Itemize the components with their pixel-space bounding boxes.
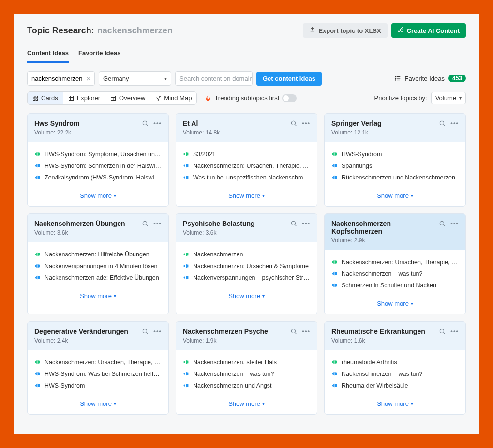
content-idea-row[interactable]: Nackenschmerzen: Ursachen & Symptome <box>183 260 310 272</box>
domain-input-wrap[interactable] <box>175 71 253 86</box>
content-idea-row[interactable]: Schmerzen in Schulter und Nacken <box>331 280 459 291</box>
bullhorn-icon <box>183 174 189 180</box>
content-idea-row[interactable]: Nackenverspannungen – psychischer Stress… <box>183 272 310 284</box>
content-idea-row[interactable]: Rheuma der Wirbelsäule <box>331 380 459 391</box>
search-icon[interactable] <box>142 120 149 127</box>
content-idea-row[interactable]: HWS-Syndrom: Schmerzen in der Halswirbel… <box>34 160 162 172</box>
card-volume: Volume: 3.6k <box>183 229 255 236</box>
layout-icon <box>110 95 116 101</box>
content-idea-row[interactable]: HWS-Syndrom <box>34 380 162 391</box>
search-icon[interactable] <box>142 328 149 335</box>
content-idea-row[interactable]: HWS-Syndrom: Was bei Schmerzen helfen ka… <box>34 368 162 380</box>
show-more-button[interactable]: Show more▾ <box>28 394 168 414</box>
more-icon[interactable]: ••• <box>450 119 459 127</box>
clear-icon[interactable]: × <box>86 75 90 83</box>
card-title: Nackenschmerzen Kopfschmerzen <box>331 220 439 235</box>
tab-favorite-ideas[interactable]: Favorite Ideas <box>78 46 120 63</box>
content-idea-text: HWS-Syndrom <box>45 382 85 389</box>
bullhorn-icon <box>34 382 41 388</box>
more-icon[interactable]: ••• <box>153 220 162 227</box>
volume-value: 1.9k <box>206 337 217 344</box>
content-idea-text: Nackenschmerzen: Ursachen, Therapie, Tip… <box>342 259 459 266</box>
more-icon[interactable]: ••• <box>302 328 310 335</box>
content-idea-row[interactable]: Nackenschmerzen – was tun? <box>183 368 310 380</box>
content-idea-row[interactable]: Nackenschmerzen – was tun? <box>331 268 459 280</box>
more-icon[interactable]: ••• <box>302 220 310 227</box>
search-icon[interactable] <box>142 220 149 227</box>
card-title: Hws Syndrom <box>34 119 79 127</box>
show-more-button[interactable]: Show more▾ <box>176 186 317 206</box>
topic-input[interactable] <box>31 75 85 82</box>
card-title-wrap: Nackenschmerzen KopfschmerzenVolume: 2.9… <box>331 220 439 244</box>
mindmap-icon <box>155 95 161 101</box>
export-button[interactable]: Export topic to XLSX <box>303 23 387 38</box>
view-cards[interactable]: Cards <box>28 92 63 104</box>
bullhorn-icon <box>34 174 41 180</box>
show-more-button[interactable]: Show more▾ <box>176 394 317 414</box>
chevron-down-icon: ▾ <box>411 193 413 198</box>
volume-prefix: Volume: <box>34 337 55 344</box>
favorite-ideas-link[interactable]: Favorite Ideas 453 <box>394 75 466 82</box>
view-mindmap[interactable]: Mind Map <box>150 92 196 104</box>
view-explorer[interactable]: Explorer <box>63 92 105 104</box>
card-title: Nackenschmerzen Übungen <box>34 220 125 227</box>
grid-icon <box>32 95 38 101</box>
more-icon[interactable]: ••• <box>153 119 162 127</box>
content-idea-row[interactable]: rheumatoide Arthritis <box>331 357 459 368</box>
content-idea-row[interactable]: Nackenschmerzen: Ursachen, Therapie, Tip… <box>34 357 162 368</box>
content-idea-row[interactable]: Nackenschmerzen ade: Effektive Übungen <box>34 272 162 284</box>
content-idea-row[interactable]: HWS-Syndrom <box>331 149 459 160</box>
content-idea-row[interactable]: S3/2021 <box>183 149 310 160</box>
get-ideas-button[interactable]: Get content ideas <box>256 72 322 86</box>
favorite-count-badge: 453 <box>448 75 466 82</box>
content-idea-row[interactable]: Zervikalsyndrom (HWS-Syndrom, Halswirbel… <box>34 172 162 183</box>
content-idea-row[interactable]: Nackenschmerzen – was tun? <box>331 368 459 380</box>
search-icon[interactable] <box>439 120 446 127</box>
show-more-button[interactable]: Show more▾ <box>325 294 465 314</box>
content-idea-row[interactable]: Nackenschmerzen, steifer Hals <box>183 357 310 368</box>
svg-rect-9 <box>36 99 38 101</box>
domain-input[interactable] <box>179 75 252 82</box>
search-icon[interactable] <box>439 220 446 227</box>
content-idea-row[interactable]: Nackenschmerzen: Hilfreiche Übungen <box>34 249 162 260</box>
topic-input-wrap[interactable]: × <box>27 71 95 86</box>
more-icon[interactable]: ••• <box>153 328 162 335</box>
more-icon[interactable]: ••• <box>302 119 310 127</box>
content-idea-row[interactable]: Nackenschmerzen und Angst <box>183 380 310 391</box>
content-idea-row[interactable]: HWS-Syndrom: Symptome, Ursachen und Beh.… <box>34 149 162 160</box>
content-idea-row[interactable]: Nackenschmerzen <box>183 249 310 260</box>
show-more-button[interactable]: Show more▾ <box>28 286 168 306</box>
content-idea-row[interactable]: Spannungs <box>331 160 459 172</box>
search-icon[interactable] <box>439 328 446 335</box>
volume-value: 12.1k <box>354 129 368 136</box>
topic-card: Et AlVolume: 14.8k•••S3/2021Nackenschmer… <box>176 113 317 207</box>
card-actions: ••• <box>142 328 162 335</box>
search-icon[interactable] <box>290 120 297 127</box>
more-icon[interactable]: ••• <box>450 220 459 227</box>
content-idea-row[interactable]: Rückenschmerzen und Nackenschmerzen <box>331 172 459 183</box>
create-ai-button[interactable]: Create AI Content <box>391 23 466 38</box>
show-more-button[interactable]: Show more▾ <box>28 186 168 206</box>
show-more-button[interactable]: Show more▾ <box>325 186 465 206</box>
search-icon[interactable] <box>290 328 297 335</box>
card-body: S3/2021Nackenschmerzen: Ursachen, Therap… <box>176 142 317 186</box>
content-idea-row[interactable]: Nackenschmerzen: Ursachen, Therapie, Tip… <box>331 256 459 268</box>
prioritize-select[interactable]: Volume ▾ <box>431 92 466 104</box>
view-overview[interactable]: Overview <box>105 92 150 104</box>
content-idea-row[interactable]: Was tun bei unspezifischen Nackenschmerz… <box>183 172 310 183</box>
show-more-button[interactable]: Show more▾ <box>325 394 465 414</box>
trending-toggle[interactable] <box>282 94 297 102</box>
search-icon[interactable] <box>290 220 297 227</box>
content-idea-row[interactable]: Nackenschmerzen: Ursachen, Therapie, Tip… <box>183 160 310 172</box>
show-more-label: Show more <box>228 400 260 407</box>
tab-content-ideas[interactable]: Content Ideas <box>27 46 69 63</box>
svg-line-26 <box>444 124 445 126</box>
content-idea-text: Nackenschmerzen ade: Effektive Übungen <box>45 274 159 281</box>
more-icon[interactable]: ••• <box>450 328 459 335</box>
volume-value: 1.6k <box>354 337 365 344</box>
content-idea-row[interactable]: Nackenverspannungen in 4 Minuten lösen <box>34 260 162 272</box>
show-more-button[interactable]: Show more▾ <box>176 286 317 306</box>
card-title-wrap: Rheumatische ErkrankungenVolume: 1.6k <box>331 328 425 344</box>
country-select[interactable]: Germany ▾ <box>99 71 171 86</box>
card-volume: Volume: 3.6k <box>34 229 125 236</box>
